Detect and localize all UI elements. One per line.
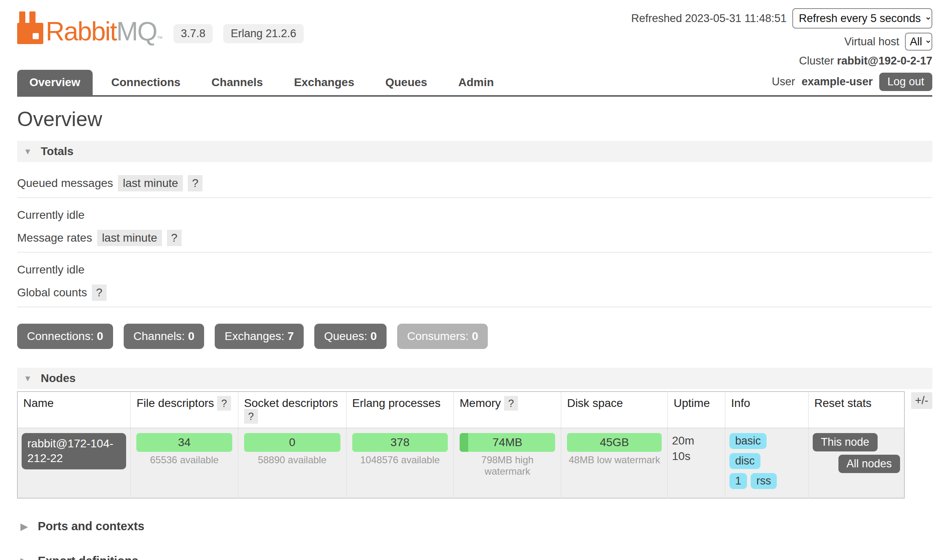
totals-section-header[interactable]: ▼ Totals bbox=[17, 141, 932, 162]
header-right: Refreshed 2023-05-31 11:48:51 Refresh ev… bbox=[631, 8, 932, 67]
help-icon[interactable]: ? bbox=[217, 396, 231, 411]
global-counts-label: Global counts bbox=[17, 286, 87, 299]
ports-and-contexts-section[interactable]: ▶ Ports and contexts bbox=[20, 520, 932, 533]
nodes-table-area: Name File descriptors ? Socket descripto… bbox=[17, 391, 932, 498]
tab-overview[interactable]: Overview bbox=[17, 70, 93, 95]
reset-stats-cell: This node All nodes bbox=[809, 428, 905, 498]
tab-admin[interactable]: Admin bbox=[446, 70, 506, 95]
rabbitmq-logo: RabbitMQ™ bbox=[17, 11, 162, 44]
cluster-label: Cluster bbox=[799, 55, 834, 67]
collapse-triangle-icon: ▼ bbox=[24, 147, 32, 156]
user-row: User example-user Log out bbox=[772, 73, 932, 95]
channels-count-badge: Channels: 0 bbox=[124, 324, 204, 349]
nodes-table: Name File descriptors ? Socket descripto… bbox=[17, 391, 905, 498]
node-type-badge-basic: basic bbox=[729, 433, 767, 449]
virtual-host-row: Virtual host All bbox=[844, 33, 932, 51]
export-definitions-section[interactable]: ▶ Export definitions bbox=[20, 554, 932, 560]
exchanges-count-badge: Exchanges: 7 bbox=[215, 324, 304, 349]
disk-space-meter: 45GB bbox=[567, 433, 662, 452]
node-info-badge-rss: rss bbox=[751, 473, 777, 489]
queued-messages-label: Queued messages bbox=[17, 177, 113, 190]
consumers-count-badge: Consumers: 0 bbox=[397, 324, 488, 349]
file-descriptors-available: 65536 available bbox=[135, 454, 233, 466]
rates-window-chip[interactable]: last minute bbox=[97, 230, 162, 246]
queues-count-badge: Queues: 0 bbox=[314, 324, 387, 349]
help-icon[interactable]: ? bbox=[167, 230, 182, 246]
reset-all-nodes-button[interactable]: All nodes bbox=[838, 455, 900, 473]
info-cell: basicdisc 1rss bbox=[725, 428, 809, 498]
file-descriptors-cell: 34 65536 available bbox=[131, 428, 238, 498]
erlang-version-badge: Erlang 21.2.6 bbox=[223, 24, 304, 43]
reset-this-node-button[interactable]: This node bbox=[813, 433, 878, 451]
col-header-memory: Memory ? bbox=[454, 392, 561, 428]
global-counts-row: Global counts ? bbox=[17, 284, 932, 307]
column-toggle-button[interactable]: +/- bbox=[911, 392, 932, 409]
col-header-info: Info bbox=[725, 392, 809, 428]
table-header-row: Name File descriptors ? Socket descripto… bbox=[18, 392, 905, 428]
socket-descriptors-cell: 0 58890 available bbox=[238, 428, 346, 498]
disk-space-watermark: 48MB low watermark bbox=[565, 454, 663, 466]
user-name: example-user bbox=[802, 76, 873, 88]
tab-bar: Overview Connections Channels Exchanges … bbox=[17, 70, 932, 97]
tab-queues[interactable]: Queues bbox=[373, 70, 440, 95]
node-name-cell: rabbit@172-104-212-22 bbox=[18, 428, 131, 498]
virtual-host-select[interactable]: All bbox=[905, 33, 932, 51]
tab-connections[interactable]: Connections bbox=[99, 70, 193, 95]
page-title: Overview bbox=[17, 107, 932, 131]
disk-space-cell: 45GB 48MB low watermark bbox=[561, 428, 668, 498]
nodes-section-label: Nodes bbox=[41, 372, 76, 385]
node-info-badge-1: 1 bbox=[729, 473, 747, 489]
col-header-name: Name bbox=[18, 392, 131, 428]
tab-exchanges[interactable]: Exchanges bbox=[282, 70, 367, 95]
node-name-badge[interactable]: rabbit@172-104-212-22 bbox=[22, 433, 126, 469]
brand-mq-text: MQ bbox=[116, 17, 157, 46]
logout-button[interactable]: Log out bbox=[879, 73, 932, 91]
cluster-row: Cluster rabbit@192-0-2-17 bbox=[799, 55, 932, 67]
node-type-badge-disc: disc bbox=[729, 453, 760, 469]
help-icon[interactable]: ? bbox=[92, 284, 107, 301]
refresh-row: Refreshed 2023-05-31 11:48:51 Refresh ev… bbox=[631, 8, 932, 29]
help-icon[interactable]: ? bbox=[188, 175, 202, 191]
brand-group: RabbitMQ™ 3.7.8 Erlang 21.2.6 bbox=[17, 8, 304, 44]
tab-channels[interactable]: Channels bbox=[199, 70, 275, 95]
col-header-disk-space: Disk space bbox=[561, 392, 668, 428]
connections-count-badge: Connections: 0 bbox=[17, 324, 113, 349]
header: RabbitMQ™ 3.7.8 Erlang 21.2.6 Refreshed … bbox=[17, 8, 932, 67]
trademark-symbol: ™ bbox=[157, 35, 162, 42]
expand-triangle-icon: ▶ bbox=[20, 556, 28, 560]
col-header-socket-descriptors: Socket descriptors ? bbox=[238, 392, 346, 428]
totals-section-label: Totals bbox=[41, 145, 73, 158]
export-definitions-label: Export definitions bbox=[38, 554, 138, 560]
rabbitmq-management-page: RabbitMQ™ 3.7.8 Erlang 21.2.6 Refreshed … bbox=[0, 0, 947, 560]
col-header-file-descriptors: File descriptors ? bbox=[131, 392, 238, 428]
cluster-name: rabbit@192-0-2-17 bbox=[837, 55, 932, 67]
nodes-section-header[interactable]: ▼ Nodes bbox=[17, 368, 932, 389]
help-icon[interactable]: ? bbox=[244, 409, 258, 424]
socket-descriptors-meter: 0 bbox=[244, 433, 340, 452]
queued-window-chip[interactable]: last minute bbox=[118, 175, 183, 191]
col-header-uptime: Uptime bbox=[668, 392, 725, 428]
refreshed-timestamp: Refreshed 2023-05-31 11:48:51 bbox=[631, 12, 787, 25]
file-descriptors-meter: 34 bbox=[136, 433, 232, 452]
global-count-badges: Connections: 0 Channels: 0 Exchanges: 7 … bbox=[17, 324, 932, 349]
queued-idle-status: Currently idle bbox=[17, 209, 932, 222]
uptime-value-line2: 10s bbox=[672, 449, 721, 464]
uptime-cell: 20m 10s bbox=[668, 428, 725, 498]
queued-messages-row: Queued messages last minute ? bbox=[17, 175, 932, 198]
memory-watermark: 798MB high watermark bbox=[458, 454, 557, 477]
rates-idle-status: Currently idle bbox=[17, 263, 932, 276]
message-rates-row: Message rates last minute ? bbox=[17, 230, 932, 253]
rabbitmq-version-badge: 3.7.8 bbox=[173, 24, 213, 43]
help-icon[interactable]: ? bbox=[504, 396, 518, 411]
memory-cell: 74MB 798MB high watermark bbox=[454, 428, 561, 498]
erlang-processes-available: 1048576 available bbox=[351, 454, 449, 466]
message-rates-label: Message rates bbox=[17, 231, 92, 244]
erlang-processes-cell: 378 1048576 available bbox=[346, 428, 453, 498]
node-row: rabbit@172-104-212-22 34 65536 available… bbox=[18, 428, 905, 498]
col-header-reset-stats: Reset stats bbox=[809, 392, 905, 428]
rabbitmq-logo-icon bbox=[17, 11, 43, 44]
erlang-processes-meter: 378 bbox=[352, 433, 448, 452]
uptime-value-line1: 20m bbox=[672, 433, 721, 449]
ports-and-contexts-label: Ports and contexts bbox=[38, 520, 144, 533]
refresh-interval-select[interactable]: Refresh every 5 seconds bbox=[792, 8, 932, 29]
